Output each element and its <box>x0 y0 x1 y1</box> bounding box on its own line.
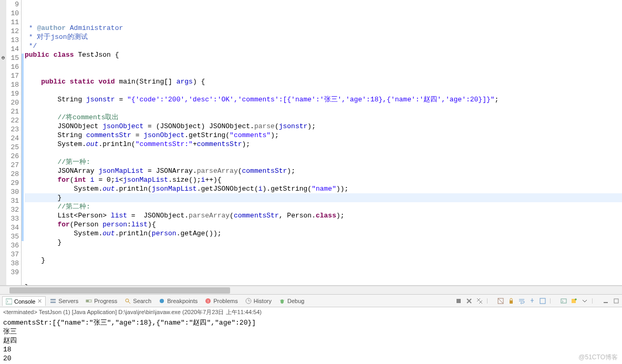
code-line[interactable]: JSONObject jsonObject = (JSONObject) JSO… <box>25 122 622 131</box>
svg-rect-0 <box>6 299 12 304</box>
line-number: 28 <box>6 170 19 179</box>
open-console-icon[interactable] <box>560 297 567 305</box>
debug-icon <box>279 298 285 304</box>
code-line[interactable]: JSONArray jsonMapList = JSONArray.parseA… <box>25 167 622 175</box>
word-wrap-icon[interactable] <box>518 297 525 305</box>
code-line[interactable] <box>25 274 622 283</box>
tab-search[interactable]: Search <box>121 297 154 305</box>
svg-rect-4 <box>86 300 89 302</box>
code-line[interactable]: List<Person> list = JSONObject.parseArra… <box>25 211 622 220</box>
code-editor[interactable]: ⊖ 91011121314151617181920212223242526272… <box>0 0 622 286</box>
line-number: 21 <box>6 107 19 116</box>
code-line[interactable]: System.out.println(jsonMapList.getJSONOb… <box>25 184 622 193</box>
tab-breakpoints[interactable]: Breakpoints <box>156 297 201 305</box>
code-line[interactable]: String commentsStr = jsonObject.getStrin… <box>25 131 622 140</box>
maximize-icon[interactable] <box>613 297 620 305</box>
code-line[interactable]: System.out.println("commentsStr:"+commen… <box>25 140 622 149</box>
line-number: 39 <box>6 268 19 277</box>
code-line[interactable]: System.out.println(person.getAge()); <box>25 229 622 238</box>
progress-icon <box>86 298 92 304</box>
search-icon <box>125 298 131 304</box>
code-line[interactable] <box>25 104 622 113</box>
code-line[interactable]: public class TestJson { <box>25 50 622 59</box>
remove-all-icon[interactable] <box>465 297 473 305</box>
line-number: 32 <box>6 205 19 214</box>
new-console-icon[interactable] <box>571 297 578 305</box>
code-line[interactable] <box>25 68 622 77</box>
tab-search-label: Search <box>133 298 151 304</box>
code-line[interactable]: for(Person person:list){ <box>25 220 622 229</box>
tab-servers[interactable]: Servers <box>47 297 81 305</box>
console-panel: Console ✕ Servers Progress Search Breakp… <box>0 294 622 364</box>
breakpoints-icon <box>159 298 165 304</box>
minimize-icon[interactable] <box>602 297 609 305</box>
code-line[interactable] <box>25 265 622 274</box>
code-area[interactable]: * @author Administrator * 对于json的测试 */pu… <box>22 0 622 285</box>
close-icon[interactable]: ✕ <box>37 298 42 305</box>
tab-debug[interactable]: Debug <box>276 297 307 305</box>
scroll-lock-icon[interactable] <box>507 297 515 305</box>
line-number: 20 <box>6 98 19 107</box>
code-line[interactable]: } <box>25 256 622 265</box>
remove-launch-icon[interactable] <box>455 297 462 305</box>
code-line[interactable]: * @author Administrator <box>25 24 622 33</box>
svg-point-11 <box>281 299 284 304</box>
code-line[interactable]: } <box>25 193 622 202</box>
code-line[interactable]: String jsonstr = "{'code':'200','desc':'… <box>25 95 622 104</box>
code-line[interactable] <box>25 86 622 95</box>
console-output[interactable]: commentsStr:[{"name":"张三","age":18},{"na… <box>0 317 622 364</box>
code-line[interactable]: for(int i = 0;i<jsonMapList.size();i++){ <box>25 175 622 184</box>
line-number: 10 <box>6 9 19 18</box>
code-line[interactable]: //将comments取出 <box>25 113 622 122</box>
line-number: 11 <box>6 18 19 27</box>
clear-console-icon[interactable] <box>497 297 504 305</box>
tab-progress[interactable]: Progress <box>82 297 120 305</box>
svg-text:!: ! <box>208 299 209 304</box>
chevron-down-icon[interactable] <box>581 297 588 305</box>
tab-problems[interactable]: ! Problems <box>202 297 241 305</box>
code-line[interactable]: //第一种: <box>25 158 622 167</box>
code-line[interactable]: //第二种: <box>25 202 622 211</box>
svg-line-6 <box>128 301 130 304</box>
remove-all2-icon[interactable] <box>476 297 483 305</box>
tab-history-label: History <box>254 298 272 304</box>
tab-history[interactable]: History <box>242 297 275 305</box>
code-line[interactable] <box>25 59 622 68</box>
svg-rect-14 <box>457 299 461 303</box>
line-number: 27 <box>6 161 19 170</box>
svg-point-7 <box>160 299 164 303</box>
code-line[interactable] <box>25 247 622 256</box>
svg-rect-2 <box>50 301 56 303</box>
display-selected-icon[interactable] <box>539 297 546 305</box>
svg-line-13 <box>283 300 284 301</box>
line-number: 35 <box>6 232 19 241</box>
console-icon <box>6 298 12 305</box>
svg-rect-17 <box>540 298 545 304</box>
code-line[interactable]: * 对于json的测试 <box>25 33 622 41</box>
code-line[interactable]: public static void main(String[] args) { <box>25 77 622 86</box>
tab-breakpoints-label: Breakpoints <box>167 298 198 304</box>
tab-console[interactable]: Console ✕ <box>2 296 46 306</box>
line-number: 22 <box>6 116 19 125</box>
views-tabbar: Console ✕ Servers Progress Search Breakp… <box>0 295 622 307</box>
console-launch-info: <terminated> TestJson (1) [Java Applicat… <box>0 307 622 317</box>
code-line[interactable]: */ <box>25 41 622 50</box>
horizontal-scrollbar[interactable] <box>0 286 622 294</box>
line-number: 26 <box>6 152 19 161</box>
line-number: 16 <box>6 63 19 71</box>
servers-icon <box>50 298 56 304</box>
code-line[interactable]: } <box>25 238 622 247</box>
scrollbar-thumb[interactable] <box>9 287 230 294</box>
svg-rect-16 <box>510 300 513 304</box>
history-icon <box>245 298 252 304</box>
tab-progress-label: Progress <box>94 298 117 304</box>
line-number: 33 <box>6 214 19 223</box>
line-number: 24 <box>6 134 19 143</box>
line-number: 37 <box>6 250 19 259</box>
line-number: 29 <box>6 179 19 188</box>
line-number: 14 <box>6 45 19 54</box>
line-number: 19 <box>6 89 19 98</box>
code-line[interactable] <box>25 149 622 158</box>
pin-console-icon[interactable] <box>528 297 536 305</box>
line-number: 18 <box>6 80 19 89</box>
